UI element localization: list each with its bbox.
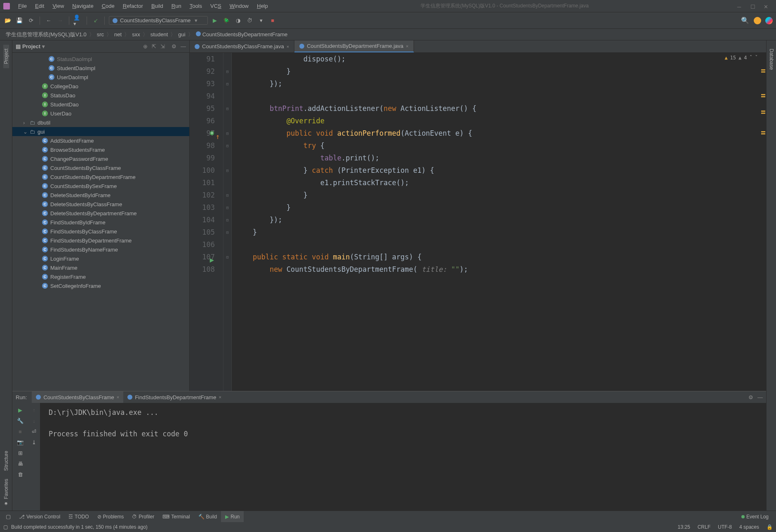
tree-item[interactable]: IUserDao	[12, 109, 189, 118]
tree-item[interactable]: CFindStudentsByDepartmentFrame	[12, 236, 189, 245]
menu-refactor[interactable]: Refactor	[119, 3, 147, 9]
tree-item[interactable]: CLoginFrame	[12, 254, 189, 263]
tree-item[interactable]: CRegisterFrame	[12, 272, 189, 281]
tw-toggle-icon[interactable]: ▢	[3, 513, 13, 520]
tree-item[interactable]: CSetCollegeInfoFrame	[12, 281, 189, 290]
debug-icon[interactable]: 🪲	[222, 16, 231, 25]
tree-item[interactable]: CCountStudentsBySexFrame	[12, 181, 189, 191]
lock-icon[interactable]: 🔒	[767, 524, 773, 530]
stop-icon[interactable]: ■	[16, 428, 24, 435]
bottom-tool-problems[interactable]: ⊘Problems	[93, 511, 128, 522]
tool-structure[interactable]: Structure	[3, 447, 9, 475]
select-opened-icon[interactable]: ⊕	[143, 43, 148, 49]
run-tab[interactable]: CountStudentsByClassFrame×	[32, 391, 123, 403]
inspections-widget[interactable]: ▲15 ▲4 ˆ ˇ	[724, 55, 758, 61]
tree-item[interactable]: CDeleteStudentsByClassFrame	[12, 200, 189, 209]
tree-item[interactable]: IStudentDao	[12, 100, 189, 109]
reload-icon[interactable]: ⟳	[26, 16, 35, 25]
tree-item[interactable]: CDeleteStudentsByDepartmentFrame	[12, 209, 189, 218]
layout-icon[interactable]: ⊞	[16, 449, 24, 457]
breadcrumb-item[interactable]: student	[149, 31, 170, 38]
menu-vcs[interactable]: VCS	[206, 3, 226, 9]
run-output[interactable]: D:\rj\JDK\bin\java.exe ... Process finis…	[40, 403, 766, 511]
tree-item[interactable]: CCountStudentsByClassFrame	[12, 163, 189, 172]
soft-wrap-icon[interactable]: ⏎	[31, 428, 38, 435]
menu-navigate[interactable]: Navigate	[68, 3, 97, 9]
bottom-tool-profiler[interactable]: ⏱Profiler	[128, 511, 158, 522]
tree-item[interactable]: CDeleteStudentByIdFrame	[12, 191, 189, 200]
close-icon[interactable]: ×	[287, 44, 289, 49]
hide-icon[interactable]: —	[181, 43, 186, 49]
bottom-tool-terminal[interactable]: ⌨Terminal	[158, 511, 194, 522]
chevron-down-icon[interactable]: ▾	[42, 43, 45, 49]
event-log-button[interactable]: Event Log	[737, 514, 773, 520]
print-icon[interactable]: 🖶	[16, 460, 24, 467]
up-icon[interactable]: ↑	[31, 406, 38, 414]
menu-view[interactable]: View	[48, 3, 68, 9]
tree-item[interactable]: CStudentDaoImpl	[12, 64, 189, 73]
tree-item[interactable]: ICollegeDao	[12, 82, 189, 91]
editor-tab[interactable]: CountStudentsByClassFrame.java×	[190, 40, 294, 52]
scroll-end-icon[interactable]: ⤓	[31, 438, 38, 446]
tree-item[interactable]: CBrowseStudentsFrame	[12, 145, 189, 154]
hide-icon[interactable]: —	[757, 394, 763, 400]
chevron-down-icon[interactable]: ˇ	[755, 55, 758, 61]
menu-run[interactable]: Run	[167, 3, 186, 9]
expand-all-icon[interactable]: ⇱	[152, 43, 156, 49]
status-indent[interactable]: 4 spaces	[739, 524, 759, 530]
close-icon[interactable]: ×	[117, 395, 119, 400]
status-linesep[interactable]: CRLF	[698, 524, 710, 530]
bottom-tool-vcs[interactable]: ⎇Version Control	[15, 511, 64, 522]
tree-item[interactable]: CChangePasswordFrame	[12, 154, 189, 163]
wrench-icon[interactable]: 🔧	[16, 417, 24, 424]
tool-database[interactable]: Database	[769, 45, 774, 74]
menu-window[interactable]: Window	[226, 3, 253, 9]
bottom-tool-build[interactable]: 🔨Build	[194, 511, 221, 522]
tree-item[interactable]: CCountStudentsByDepartmentFrame	[12, 172, 189, 181]
attach-icon[interactable]: ▾	[256, 16, 266, 25]
tree-item[interactable]: CUserDaoImpl	[12, 73, 189, 82]
tree-item[interactable]: CMainFrame	[12, 263, 189, 272]
close-icon[interactable]: ✕	[764, 4, 769, 9]
back-icon[interactable]: ←	[44, 16, 53, 25]
menu-tools[interactable]: Tools	[186, 3, 206, 9]
forward-icon[interactable]: →	[56, 16, 65, 25]
vcs-update-icon[interactable]: ↙	[91, 16, 100, 25]
gear-icon[interactable]: ⚙	[172, 43, 176, 49]
bottom-tool-run[interactable]: ▶Run	[221, 511, 244, 522]
breadcrumb-item[interactable]: 学生信息管理系统(MySQL)版V1.0	[4, 31, 88, 38]
collapse-all-icon[interactable]: ⇲	[160, 43, 165, 49]
coverage-icon[interactable]: ◑	[233, 16, 242, 25]
rerun-icon[interactable]: ▶	[16, 406, 24, 414]
minimize-icon[interactable]: ─	[737, 4, 742, 9]
notification-icon[interactable]	[754, 17, 761, 24]
project-tree[interactable]: CStatusDaoImplCStudentDaoImplCUserDaoImp…	[12, 53, 189, 391]
run-icon[interactable]: ▶	[210, 16, 219, 25]
tree-item[interactable]: ⌄🗀gui	[12, 127, 189, 136]
menu-edit[interactable]: Edit	[31, 3, 48, 9]
tree-item[interactable]: CAddStudentFrame	[12, 136, 189, 145]
breadcrumb-item[interactable]: src	[95, 31, 106, 38]
code-editor[interactable]: 91929394959697O↑989910010110210310410510…	[190, 53, 766, 391]
profile-icon[interactable]: ⏱	[245, 16, 254, 25]
run-tab[interactable]: FindStudentsByDepartmentFrame×	[123, 391, 226, 403]
gear-icon[interactable]: ⚙	[748, 394, 753, 400]
stop-icon[interactable]: ■	[268, 16, 277, 25]
avatar-add-icon[interactable]: 👤▾	[73, 16, 82, 25]
breadcrumb-item[interactable]: gui	[176, 31, 187, 38]
breadcrumb-item[interactable]: net	[113, 31, 123, 38]
tree-item[interactable]: ›🗀dbutil	[12, 118, 189, 127]
tree-item[interactable]: CFindStudentsByClassFrame	[12, 227, 189, 236]
search-icon[interactable]: 🔍	[741, 16, 750, 25]
open-icon[interactable]: 📂	[3, 16, 12, 25]
tree-item[interactable]: CStatusDaoImpl	[12, 54, 189, 64]
menu-code[interactable]: Code	[98, 3, 119, 9]
close-icon[interactable]: ×	[406, 44, 408, 49]
breadcrumb-item[interactable]: CountStudentsByDepartmentFrame	[194, 31, 289, 38]
tool-favorites[interactable]: ★ Favorites	[3, 475, 9, 511]
trash-icon[interactable]: 🗑	[16, 471, 24, 478]
menu-help[interactable]: Help	[253, 3, 272, 9]
menu-build[interactable]: Build	[147, 3, 167, 9]
breadcrumb-item[interactable]: sxx	[130, 31, 142, 38]
save-icon[interactable]: 💾	[15, 16, 24, 25]
